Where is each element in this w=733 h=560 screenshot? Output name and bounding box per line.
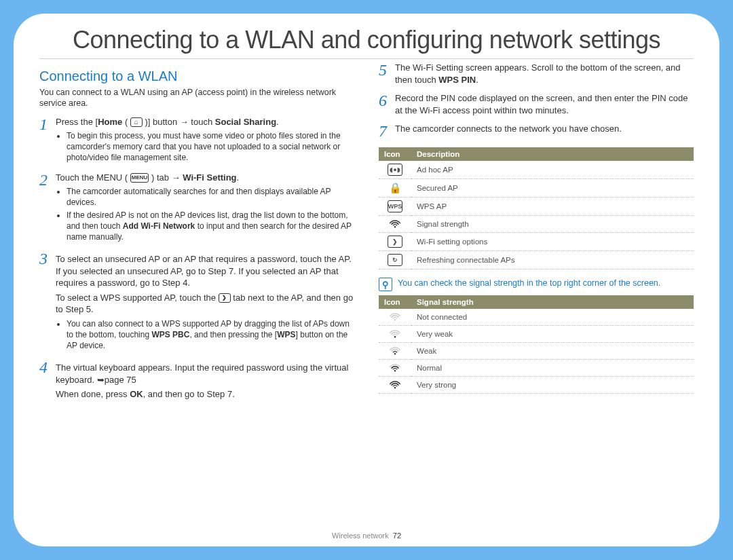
bullet: To begin this process, you must have som… — [67, 130, 354, 164]
step-6: 6 Record the PIN code displayed on the s… — [379, 92, 694, 116]
step-body: The camcorder connects to the network yo… — [395, 123, 694, 139]
table-header: Icon — [379, 147, 411, 161]
text-bold: Home — [98, 117, 122, 127]
footer-label: Wireless network — [332, 531, 389, 540]
desc-cell: Wi-Fi setting options — [411, 233, 694, 251]
note-text: You can check the signal strength in the… — [398, 278, 660, 291]
svg-point-3 — [394, 353, 396, 354]
table-row: Signal strength — [379, 216, 694, 233]
desc-cell: Normal — [411, 360, 694, 377]
step-body: The virtual keyboard appears. Input the … — [56, 359, 354, 403]
icon-cell: 🔒 — [379, 179, 411, 198]
section-heading: Connecting to a WLAN — [39, 69, 354, 84]
icon-cell — [379, 309, 411, 326]
signal-strength-table: Icon Signal strength Not connectedVery w… — [379, 295, 694, 394]
text-bold: WPS PIN — [438, 75, 476, 85]
arrow-icon: ❯ — [219, 293, 231, 303]
step-number: 2 — [39, 172, 56, 244]
text-bold: OK — [130, 389, 143, 399]
desc-cell: Ad hoc AP — [411, 161, 694, 179]
step-body: To select an unsecured AP or an AP that … — [56, 250, 354, 352]
table-row: WPSWPS AP — [379, 198, 694, 216]
bullet: If the desired AP is not on the AP devic… — [67, 210, 354, 243]
step-3: 3 To select an unsecured AP or an AP tha… — [39, 250, 354, 352]
step-body: Record the PIN code displayed on the scr… — [395, 92, 694, 116]
desc-cell: Refreshing connectable APs — [411, 251, 694, 269]
text: , and then go to Step 7. — [143, 389, 235, 399]
intro-text: You can connect to a WLAN using an AP (a… — [39, 87, 354, 109]
bullet: You can also connect to a WPS supported … — [67, 318, 354, 352]
desc-cell: Secured AP — [411, 179, 694, 198]
magnifier-icon: ⚲ — [379, 278, 392, 291]
page-footer: Wireless network 72 — [14, 531, 719, 540]
text: Press the [ — [56, 117, 98, 127]
text: To select an unsecured AP or an AP that … — [56, 253, 354, 289]
icon-cell — [379, 377, 411, 394]
step-number: 3 — [39, 250, 56, 352]
text: . — [476, 75, 478, 85]
text: When done, press — [56, 389, 130, 399]
icon-cell — [379, 216, 411, 233]
svg-point-0 — [394, 226, 396, 227]
icon-cell — [379, 360, 411, 377]
table-row: Weak — [379, 343, 694, 360]
text: . — [237, 172, 240, 183]
step-number: 4 — [39, 359, 56, 403]
bullet-html: If the desired AP is not on the AP devic… — [67, 210, 352, 242]
svg-point-4 — [394, 370, 396, 371]
step-number: 5 — [379, 62, 395, 86]
bullet: The camcorder automatically searches for… — [67, 186, 354, 208]
desc-cell: WPS AP — [411, 198, 694, 216]
table-row: Not connected — [379, 309, 694, 326]
step-7: 7 The camcorder connects to the network … — [379, 123, 694, 139]
table-header: Description — [411, 147, 694, 161]
step-5: 5 The Wi-Fi Setting screen appears. Scro… — [379, 62, 694, 86]
desc-cell: Very weak — [411, 326, 694, 343]
step-body: Touch the MENU ( MENU ) tab → Wi-Fi Sett… — [56, 172, 354, 244]
table-row: ◖●◗Ad hoc AP — [379, 161, 694, 179]
text: . — [276, 117, 279, 127]
step-4: 4 The virtual keyboard appears. Input th… — [39, 359, 354, 403]
icon-cell — [379, 343, 411, 360]
svg-point-2 — [394, 336, 396, 337]
menu-icon: MENU — [130, 173, 149, 183]
step-1: 1 Press the [Home ( ⌂ )] button → touch … — [39, 116, 354, 165]
svg-point-1 — [394, 319, 396, 320]
table-row: 🔒Secured AP — [379, 179, 694, 198]
svg-point-5 — [394, 387, 396, 388]
note-callout: ⚲ You can check the signal strength in t… — [379, 278, 694, 291]
step-body: The Wi-Fi Setting screen appears. Scroll… — [395, 62, 694, 86]
text: To select a WPS supported AP, touch the — [56, 293, 219, 303]
table-header: Icon — [379, 295, 411, 309]
desc-cell: Very strong — [411, 377, 694, 394]
text-bold: Social Sharing — [215, 117, 276, 127]
text: The virtual keyboard appears. Input the … — [56, 362, 354, 386]
table-row: Very weak — [379, 326, 694, 343]
left-column: Connecting to a WLAN You can connect to … — [39, 62, 354, 403]
text: When done, press OK, and then go to Step… — [56, 388, 354, 400]
step-body: Press the [Home ( ⌂ )] button → touch So… — [56, 116, 354, 165]
desc-cell: Not connected — [411, 309, 694, 326]
table-row: ❯Wi-Fi setting options — [379, 233, 694, 251]
desc-cell: Weak — [411, 343, 694, 360]
text: )] button → touch — [143, 117, 215, 127]
table-row: Normal — [379, 360, 694, 377]
icon-cell — [379, 326, 411, 343]
page-number: 72 — [393, 531, 401, 540]
step-number: 6 — [379, 92, 395, 116]
icon-cell: WPS — [379, 198, 411, 216]
manual-page: Connecting to a WLAN and configuring net… — [14, 14, 719, 546]
desc-cell: Signal strength — [411, 216, 694, 233]
step-2: 2 Touch the MENU ( MENU ) tab → Wi-Fi Se… — [39, 172, 354, 244]
table-row: Very strong — [379, 377, 694, 394]
right-column: 5 The Wi-Fi Setting screen appears. Scro… — [379, 62, 694, 403]
text: ) tab → — [149, 172, 183, 183]
table-header: Signal strength — [411, 295, 694, 309]
step-number: 1 — [39, 116, 56, 165]
icon-cell: ↻ — [379, 251, 411, 269]
home-icon: ⌂ — [130, 117, 143, 127]
step-number: 7 — [379, 123, 395, 139]
icon-description-table: Icon Description ◖●◗Ad hoc AP🔒Secured AP… — [379, 147, 694, 269]
text: To select a WPS supported AP, touch the … — [56, 292, 354, 316]
page-title: Connecting to a WLAN and configuring net… — [39, 26, 694, 59]
